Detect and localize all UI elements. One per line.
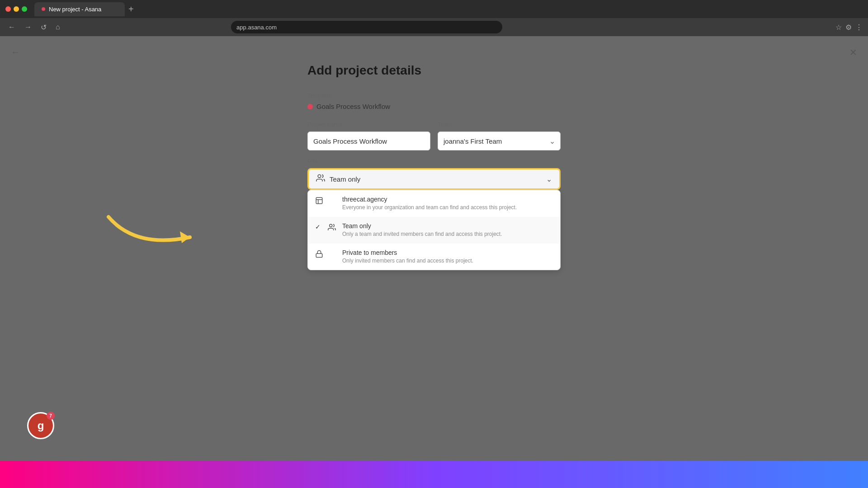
form-container: Add project details Template Goals Proce… — [307, 54, 561, 270]
svg-point-0 — [318, 174, 321, 178]
minimize-traffic-light[interactable] — [14, 6, 19, 12]
extensions-icon[interactable]: ⚙ — [845, 23, 852, 32]
team-select-wrapper: joanna's First Team — [438, 131, 561, 150]
option-desc-org: Everyone in your organization and team c… — [342, 204, 553, 211]
check-icon: ✓ — [315, 223, 322, 230]
list-item[interactable]: threecat.agency Everyone in your organiz… — [308, 190, 560, 217]
project-name-label: Project name — [307, 121, 430, 128]
avatar: g 7 — [27, 412, 54, 439]
list-item[interactable]: Private to members Only invited members … — [308, 244, 560, 270]
privacy-value: Team only — [330, 175, 542, 183]
people-icon — [316, 174, 325, 185]
project-name-input[interactable] — [307, 131, 430, 150]
back-button[interactable]: ← — [11, 47, 20, 57]
browser-tabs: New project - Asana + — [34, 2, 863, 16]
url-bar[interactable]: app.asana.com — [231, 21, 502, 33]
active-tab[interactable]: New project - Asana — [34, 2, 125, 16]
project-name-group: Project name — [307, 121, 430, 150]
home-button[interactable]: ⌂ — [53, 21, 63, 33]
forward-nav-button[interactable]: → — [22, 21, 34, 33]
svg-rect-3 — [316, 253, 322, 257]
form-row-name-team: Project name Team joanna's First Team — [307, 121, 561, 150]
svg-rect-1 — [316, 197, 322, 204]
browser-toolbar: ← → ↺ ⌂ app.asana.com ☆ ⚙ ⋮ — [0, 18, 868, 36]
privacy-label: Priv... — [307, 158, 561, 164]
tab-title: New project - Asana — [49, 6, 101, 13]
option-title-org: threecat.agency — [342, 196, 553, 203]
privacy-dropdown-inner: Team only ⌄ — [316, 174, 552, 185]
template-name: Goals Process Workflow — [316, 103, 390, 110]
form-title: Add project details — [307, 63, 561, 78]
star-icon[interactable]: ☆ — [835, 23, 842, 32]
avatar-badge: 7 — [47, 412, 55, 420]
chevron-down-icon: ⌄ — [546, 175, 552, 183]
template-section: Template Goals Process Workflow — [307, 92, 561, 110]
toolbar-icons: ☆ ⚙ ⋮ — [835, 23, 863, 32]
bottom-bar — [0, 461, 868, 488]
traffic-lights — [5, 6, 27, 12]
team-icon — [328, 223, 337, 233]
svg-point-2 — [330, 224, 332, 227]
lock-icon — [315, 250, 324, 260]
main-content: ← ✕ Add project details Template Goals P… — [0, 36, 868, 488]
template-row: Goals Process Workflow — [307, 103, 561, 110]
option-desc-team: Only a team and invited members can find… — [342, 230, 553, 238]
reload-button[interactable]: ↺ — [38, 21, 49, 33]
building-icon — [315, 197, 324, 206]
close-traffic-light[interactable] — [5, 6, 11, 12]
option-title-team: Team only — [342, 222, 553, 230]
modal-overlay: ← ✕ Add project details Template Goals P… — [0, 36, 868, 488]
team-group: Team joanna's First Team — [438, 121, 561, 150]
tab-favicon — [42, 7, 45, 11]
back-nav-button[interactable]: ← — [5, 21, 18, 33]
svg-marker-4 — [180, 231, 190, 243]
template-label: Template — [307, 92, 561, 99]
option-title-private: Private to members — [342, 249, 553, 256]
team-value: joanna's First Team — [443, 137, 502, 145]
new-tab-button[interactable]: + — [125, 2, 137, 16]
list-item[interactable]: ✓ Team only Only a team and invited — [308, 217, 560, 244]
arrow-annotation — [99, 212, 217, 258]
template-dot — [307, 104, 313, 109]
menu-icon[interactable]: ⋮ — [855, 23, 863, 32]
team-label: Team — [438, 121, 561, 128]
fullscreen-traffic-light[interactable] — [22, 6, 27, 12]
close-button[interactable]: ✕ — [849, 47, 857, 58]
team-select[interactable]: joanna's First Team — [438, 131, 561, 150]
option-desc-private: Only invited members can find and access… — [342, 257, 553, 265]
avatar-letter: g — [38, 419, 44, 432]
privacy-section: Priv... Team only ⌄ — [307, 158, 561, 270]
privacy-dropdown[interactable]: Team only ⌄ — [307, 168, 561, 190]
url-text: app.asana.com — [236, 24, 277, 31]
dropdown-options: threecat.agency Everyone in your organiz… — [307, 190, 561, 270]
